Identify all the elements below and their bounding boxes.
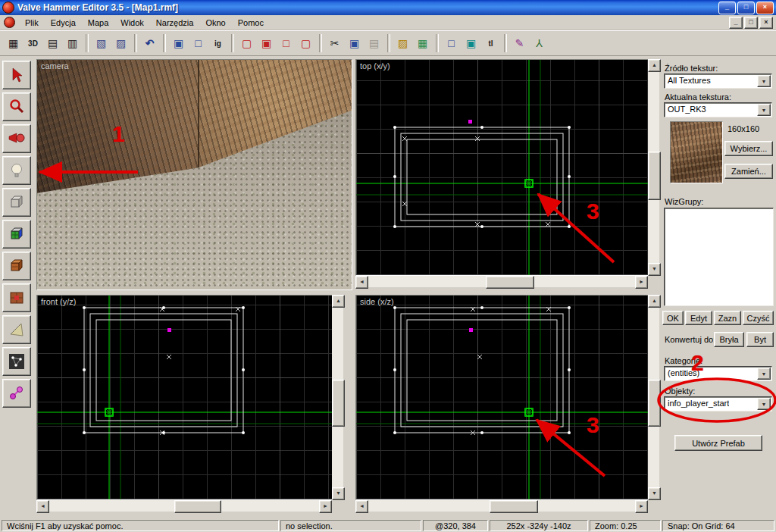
vis-groups-list[interactable] (664, 208, 774, 306)
chevron-down-icon[interactable]: ▼ (757, 75, 771, 87)
categories-label: Kategorie: (665, 356, 702, 365)
texture-bars-alt-button[interactable]: ▦ (413, 34, 432, 53)
mdi-restore-icon[interactable]: □ (744, 17, 758, 29)
paste-button[interactable]: ▤ (365, 34, 383, 53)
scroll-right-icon[interactable]: ► (319, 500, 332, 513)
scroll-left-icon[interactable]: ◄ (36, 500, 49, 513)
menu-pomoc[interactable]: Pomoc (232, 17, 270, 29)
scroll-right-icon[interactable]: ► (635, 500, 648, 513)
entity-tool-button[interactable] (2, 156, 31, 185)
restore-icon[interactable]: □ (737, 2, 755, 14)
scrollbar-thumb[interactable] (648, 380, 661, 427)
mdi-close-icon[interactable]: × (759, 17, 773, 29)
top-view-hscrollbar[interactable]: ◄ ► (355, 276, 648, 287)
path-tool-button[interactable] (2, 379, 31, 408)
categories-dropdown[interactable]: (entities) ▼ (664, 366, 772, 381)
groups-mark-button[interactable]: Zazn (714, 311, 741, 325)
chevron-down-icon[interactable]: ▼ (757, 368, 771, 380)
menu-edycja[interactable]: Edycja (45, 17, 82, 29)
top-viewport[interactable]: top (x/y) (355, 59, 649, 276)
texture-source-dropdown[interactable]: All Textures ▼ (664, 74, 772, 89)
select-group-button[interactable]: □ (189, 34, 208, 53)
create-prefab-button[interactable]: Utwórz Prefab (674, 435, 762, 451)
side-viewport[interactable]: side (x/z) (355, 295, 649, 500)
grid-smaller-button[interactable]: ▤ (43, 34, 62, 53)
toggle-textures-tool-button[interactable] (2, 220, 31, 249)
to-world-button[interactable]: Bryła (714, 332, 744, 347)
selection-tool-button[interactable] (2, 61, 31, 89)
scrollbar-thumb[interactable] (486, 276, 534, 289)
undo-button[interactable]: ↶ (140, 34, 159, 53)
grid-larger-button[interactable]: ▥ (63, 34, 82, 53)
current-texture-dropdown[interactable]: OUT_RK3 ▼ (664, 102, 772, 117)
scrollbar-thumb[interactable] (174, 500, 221, 513)
camera-tool-button[interactable] (2, 124, 31, 153)
scroll-down-icon[interactable]: ▼ (648, 487, 661, 500)
groups-clear-button[interactable]: Czyść (743, 311, 774, 325)
menu-mapa[interactable]: Mapa (82, 17, 115, 29)
side-view-vscrollbar[interactable]: ▲ ▼ (648, 295, 659, 500)
grid-toggle-button[interactable]: ▦ (4, 34, 23, 53)
magnify-tool-icon (8, 98, 26, 116)
grid-3d-button[interactable]: 3D (23, 34, 42, 53)
scrollbar-thumb[interactable] (332, 380, 345, 427)
carve-button[interactable]: ▢ (237, 34, 256, 53)
scroll-down-icon[interactable]: ▼ (332, 487, 345, 500)
scroll-up-icon[interactable]: ▲ (648, 59, 661, 72)
apply-texture-tool-button[interactable] (2, 252, 31, 280)
select-objects-button[interactable]: ▣ (169, 34, 188, 53)
chevron-down-icon[interactable]: ▼ (757, 104, 771, 116)
menu-plik[interactable]: Plik (19, 17, 45, 29)
ungroup-button[interactable]: □ (277, 34, 296, 53)
camera-viewport[interactable]: camera (36, 59, 352, 290)
selection-box-button[interactable]: □ (442, 34, 461, 53)
ignore-groups-button[interactable]: ig (208, 34, 227, 53)
close-icon[interactable]: × (756, 2, 774, 14)
zoom-box-button[interactable]: ▣ (462, 34, 480, 53)
scroll-up-icon[interactable]: ▲ (648, 295, 661, 308)
scroll-left-icon[interactable]: ◄ (355, 500, 368, 513)
texture-bars-button[interactable]: ▨ (393, 34, 412, 53)
replace-texture-button[interactable]: Zamień... (724, 164, 773, 179)
group-button[interactable]: ▣ (257, 34, 276, 53)
decal-tool-button[interactable] (2, 283, 31, 312)
block-tool-icon (8, 193, 26, 211)
scroll-right-icon[interactable]: ► (635, 276, 648, 289)
rock-corner-edge (198, 60, 199, 175)
copy-button[interactable]: ▣ (345, 34, 364, 53)
scrollbar-thumb[interactable] (490, 500, 538, 513)
menu-okno[interactable]: Okno (199, 17, 231, 29)
to-entity-button[interactable]: Byt (746, 332, 774, 347)
browse-texture-button[interactable]: Wybierz... (724, 141, 773, 156)
mdi-window-controls: _ □ × (728, 17, 773, 29)
color-tool-button[interactable]: ✎ (510, 34, 529, 53)
tile-windows-button[interactable]: ▨ (111, 34, 130, 53)
top-view-vscrollbar[interactable]: ▲ ▼ (648, 59, 659, 276)
side-view-hscrollbar[interactable]: ◄ ► (355, 500, 648, 512)
front-view-hscrollbar[interactable]: ◄ ► (36, 500, 332, 512)
cordon-button[interactable]: ▢ (296, 34, 315, 53)
vertex-tool-button[interactable] (2, 347, 31, 376)
groups-ok-button[interactable]: OK (662, 311, 684, 325)
menu-widok[interactable]: Widok (114, 17, 150, 29)
texture-lock-button[interactable]: tl (481, 34, 500, 53)
front-viewport[interactable]: front (y/z) (36, 295, 333, 500)
objects-dropdown[interactable]: info_player_start ▼ (664, 396, 772, 412)
cascade-windows-button[interactable]: ▧ (92, 34, 111, 53)
mdi-minimize-icon[interactable]: _ (729, 17, 743, 29)
minimize-icon[interactable]: _ (718, 2, 736, 14)
toolbar-separator (163, 34, 166, 52)
groups-edit-button[interactable]: Edyt (685, 311, 712, 325)
chevron-down-icon[interactable]: ▼ (757, 398, 771, 410)
scroll-up-icon[interactable]: ▲ (332, 295, 345, 308)
front-view-vscrollbar[interactable]: ▲ ▼ (332, 295, 343, 500)
split-tool-button[interactable]: Y (530, 34, 549, 53)
scroll-left-icon[interactable]: ◄ (355, 276, 368, 289)
magnify-tool-button[interactable] (2, 92, 31, 121)
menu-narzedzia[interactable]: Narzędzia (150, 17, 200, 29)
scroll-down-icon[interactable]: ▼ (648, 263, 661, 276)
block-tool-button[interactable] (2, 188, 31, 217)
scrollbar-thumb[interactable] (648, 152, 661, 200)
cut-button[interactable]: ✂ (325, 34, 344, 53)
clipping-tool-button[interactable] (2, 315, 31, 344)
